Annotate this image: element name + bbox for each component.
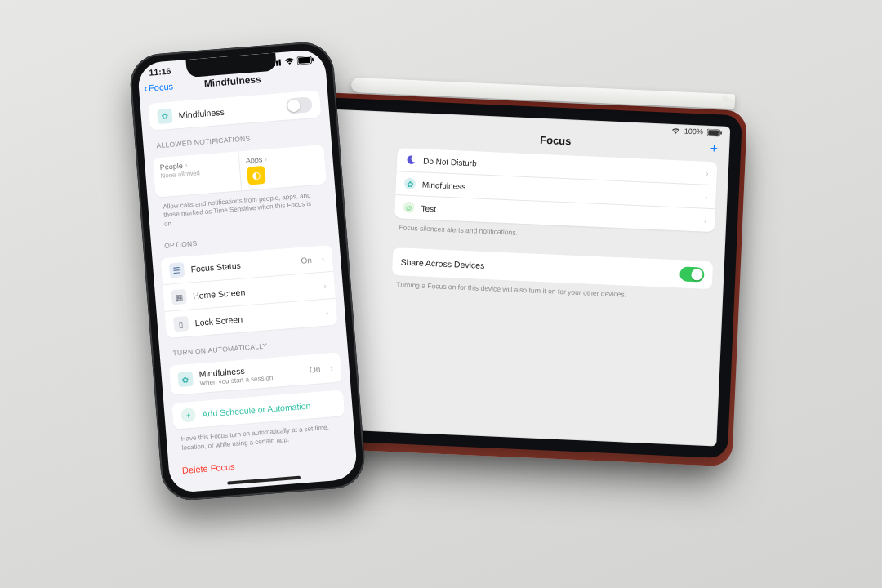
row-label: Focus Status — [190, 256, 295, 274]
plus-circle-icon: + — [180, 408, 196, 423]
options-card: ☰ Focus Status On › ▦ Home Screen › ▯ Lo… — [160, 245, 337, 338]
focus-name-label: Mindfulness — [178, 102, 280, 120]
svg-rect-9 — [312, 58, 314, 62]
chevron-right-icon: › — [323, 281, 327, 290]
svg-rect-2 — [720, 131, 722, 135]
ipad-content: Focus + Do Not Disturb › ✿ Mindfulness — [315, 119, 730, 446]
svg-rect-5 — [276, 61, 278, 66]
iphone-device: 11:16 ‹ Focus Mi — [128, 40, 367, 502]
iphone-screen: 11:16 ‹ Focus Mi — [137, 49, 359, 493]
allowed-people-button[interactable]: People › None allowed — [153, 151, 242, 197]
iphone-frame: 11:16 ‹ Focus Mi — [128, 40, 367, 502]
focus-toggle[interactable] — [286, 96, 313, 114]
wifi-icon — [284, 57, 296, 66]
row-value: On — [310, 364, 321, 374]
svg-rect-1 — [708, 130, 719, 136]
page-title: Mindfulness — [203, 74, 261, 89]
apps-label: Apps — [245, 155, 262, 165]
chevron-right-icon: › — [706, 168, 709, 177]
chevron-left-icon: ‹ — [144, 84, 149, 92]
row-label: Home Screen — [193, 282, 318, 301]
ipad-title: Focus — [540, 134, 572, 148]
chevron-right-icon: › — [326, 308, 329, 317]
status-icon: ☰ — [169, 262, 185, 278]
settings-scroll[interactable]: ✿ Mindfulness ALLOWED NOTIFICATIONS Peop… — [140, 87, 358, 494]
lock-screen-icon: ▯ — [173, 316, 189, 332]
add-focus-button[interactable]: + — [710, 141, 718, 156]
row-value: On — [301, 255, 312, 265]
mindfulness-icon: ✿ — [404, 178, 416, 190]
app-icon: ◐ — [247, 166, 266, 185]
chevron-right-icon: › — [264, 154, 267, 163]
chevron-right-icon: › — [705, 192, 708, 201]
back-button[interactable]: ‹ Focus — [144, 81, 174, 93]
chevron-right-icon: › — [185, 160, 188, 169]
automation-mindfulness-row[interactable]: ✿ Mindfulness When you start a session O… — [169, 353, 342, 395]
ipad-screen: 100% Focus + Do Not Disturb › — [315, 109, 731, 446]
svg-rect-6 — [278, 60, 281, 66]
ipad-frame: 100% Focus + Do Not Disturb › — [303, 97, 742, 458]
mindfulness-icon: ✿ — [157, 108, 172, 123]
chevron-right-icon: › — [704, 216, 707, 225]
svg-rect-8 — [298, 57, 310, 64]
allowed-apps-button[interactable]: Apps › ◐ — [238, 145, 327, 190]
back-label: Focus — [149, 81, 174, 92]
row-label: Lock Screen — [194, 308, 319, 327]
add-schedule-label: Add Schedule or Automation — [202, 399, 336, 419]
chevron-right-icon: › — [330, 363, 333, 372]
smile-icon: ☺ — [403, 202, 415, 214]
share-label: Share Across Devices — [400, 256, 484, 270]
battery-icon — [297, 56, 314, 65]
wifi-icon — [671, 127, 680, 134]
mindfulness-icon: ✿ — [177, 372, 193, 387]
share-toggle[interactable] — [679, 266, 705, 282]
automation-card: ✿ Mindfulness When you start a session O… — [169, 353, 342, 395]
battery-icon — [707, 128, 722, 136]
ipad-device: 100% Focus + Do Not Disturb › — [303, 97, 742, 458]
moon-icon — [405, 154, 417, 167]
home-screen-icon: ▦ — [172, 289, 187, 305]
chevron-right-icon: › — [321, 254, 324, 263]
